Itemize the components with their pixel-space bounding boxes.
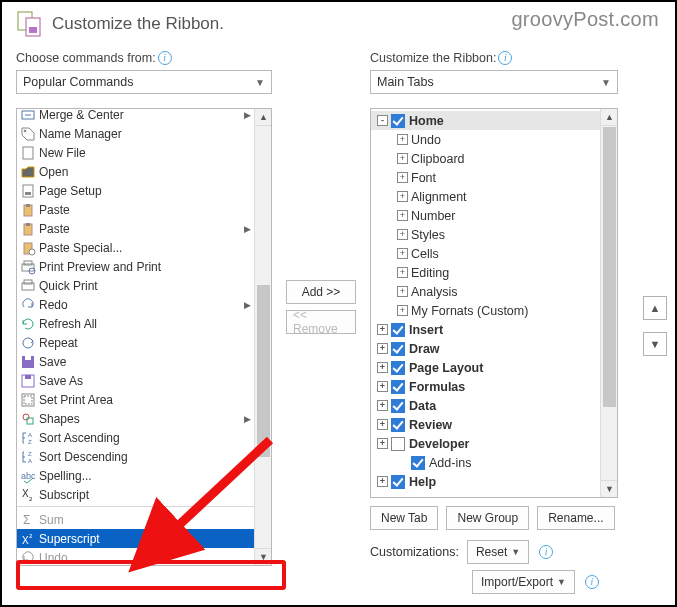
command-item[interactable]: AZSort Ascending bbox=[17, 428, 254, 447]
tree-node[interactable]: +Clipboard bbox=[371, 149, 600, 168]
rename-button[interactable]: Rename... bbox=[537, 506, 614, 530]
checkbox[interactable] bbox=[391, 342, 405, 356]
expand-icon[interactable]: + bbox=[397, 286, 408, 297]
expand-icon[interactable]: + bbox=[377, 324, 388, 335]
command-item[interactable]: Page Setup bbox=[17, 181, 254, 200]
command-item[interactable]: Name Manager bbox=[17, 124, 254, 143]
checkbox[interactable] bbox=[391, 114, 405, 128]
scroll-down-button[interactable]: ▼ bbox=[255, 548, 272, 565]
tree-node[interactable]: +Undo bbox=[371, 130, 600, 149]
expand-icon[interactable]: + bbox=[397, 172, 408, 183]
choose-commands-combo[interactable]: Popular Commands▼ bbox=[16, 70, 272, 94]
checkbox[interactable] bbox=[391, 399, 405, 413]
tree-node[interactable]: +Cells bbox=[371, 244, 600, 263]
command-item[interactable]: Repeat bbox=[17, 333, 254, 352]
command-item[interactable]: Redo▶ bbox=[17, 295, 254, 314]
tree-node[interactable]: +Help bbox=[371, 472, 600, 491]
tree-node[interactable]: +Styles bbox=[371, 225, 600, 244]
expand-icon[interactable]: + bbox=[397, 267, 408, 278]
paste-icon bbox=[19, 202, 37, 218]
tree-node[interactable]: +Formulas bbox=[371, 377, 600, 396]
tree-node[interactable]: +Developer bbox=[371, 434, 600, 453]
collapse-icon[interactable]: - bbox=[377, 115, 388, 126]
expand-icon[interactable]: + bbox=[377, 419, 388, 430]
expand-icon[interactable]: + bbox=[397, 305, 408, 316]
expand-icon[interactable]: + bbox=[397, 210, 408, 221]
checkbox[interactable] bbox=[391, 418, 405, 432]
tree-node[interactable]: +Insert bbox=[371, 320, 600, 339]
command-item[interactable]: Quick Print bbox=[17, 276, 254, 295]
new-tab-button[interactable]: New Tab bbox=[370, 506, 438, 530]
command-item[interactable]: Undo bbox=[17, 548, 254, 566]
move-down-button[interactable]: ▼ bbox=[643, 332, 667, 356]
tree-node[interactable]: +Review bbox=[371, 415, 600, 434]
command-item[interactable]: Shapes▶ bbox=[17, 409, 254, 428]
scroll-down-button[interactable]: ▼ bbox=[601, 480, 618, 497]
expand-icon[interactable]: + bbox=[377, 476, 388, 487]
move-up-button[interactable]: ▲ bbox=[643, 296, 667, 320]
checkbox[interactable] bbox=[391, 380, 405, 394]
info-icon[interactable]: i bbox=[585, 575, 599, 589]
expand-icon[interactable]: + bbox=[397, 191, 408, 202]
checkbox[interactable] bbox=[391, 361, 405, 375]
customize-ribbon-combo[interactable]: Main Tabs▼ bbox=[370, 70, 618, 94]
command-item[interactable]: Paste▶ bbox=[17, 219, 254, 238]
scrollbar[interactable]: ▲ ▼ bbox=[254, 109, 271, 565]
scroll-thumb[interactable] bbox=[257, 285, 270, 457]
tree-node[interactable]: +Alignment bbox=[371, 187, 600, 206]
tree-node[interactable]: Add-ins bbox=[371, 453, 600, 472]
command-item[interactable]: Print Preview and Print bbox=[17, 257, 254, 276]
tree-node[interactable]: +Page Layout bbox=[371, 358, 600, 377]
command-item[interactable]: ZASort Descending bbox=[17, 447, 254, 466]
command-item[interactable]: ΣSum bbox=[17, 510, 254, 529]
expand-icon[interactable]: + bbox=[397, 153, 408, 164]
command-item[interactable]: New File bbox=[17, 143, 254, 162]
add-button[interactable]: Add >> bbox=[286, 280, 356, 304]
tree-node[interactable]: +Font bbox=[371, 168, 600, 187]
import-export-button[interactable]: Import/Export▼ bbox=[472, 570, 575, 594]
command-item[interactable]: Paste Special... bbox=[17, 238, 254, 257]
expand-icon[interactable]: + bbox=[397, 229, 408, 240]
checkbox[interactable] bbox=[391, 437, 405, 451]
tree-node[interactable]: +Data bbox=[371, 396, 600, 415]
command-item[interactable]: Set Print Area bbox=[17, 390, 254, 409]
command-item[interactable]: Save As bbox=[17, 371, 254, 390]
checkbox[interactable] bbox=[391, 475, 405, 489]
tree-node[interactable]: +Draw bbox=[371, 339, 600, 358]
expand-icon[interactable]: + bbox=[397, 134, 408, 145]
tree-node[interactable]: +Editing bbox=[371, 263, 600, 282]
reset-button[interactable]: Reset▼ bbox=[467, 540, 529, 564]
tree-node[interactable]: +Number bbox=[371, 206, 600, 225]
tree-node[interactable]: +My Fornats (Custom) bbox=[371, 301, 600, 320]
scroll-up-button[interactable]: ▲ bbox=[601, 109, 618, 126]
scrollbar[interactable]: ▲ ▼ bbox=[600, 109, 617, 497]
expand-icon[interactable]: + bbox=[377, 343, 388, 354]
expand-icon[interactable]: + bbox=[377, 362, 388, 373]
tree-node[interactable]: -Home bbox=[371, 111, 600, 130]
checkbox[interactable] bbox=[391, 323, 405, 337]
tabs-tree[interactable]: -Home+Undo+Clipboard+Font+Alignment+Numb… bbox=[370, 108, 618, 498]
command-item[interactable]: X2Superscript bbox=[17, 529, 254, 548]
expand-icon[interactable]: + bbox=[397, 248, 408, 259]
remove-button[interactable]: << Remove bbox=[286, 310, 356, 334]
command-item[interactable]: X2Subscript bbox=[17, 485, 254, 504]
expand-icon[interactable]: + bbox=[377, 381, 388, 392]
scroll-thumb[interactable] bbox=[603, 127, 616, 407]
info-icon[interactable]: i bbox=[539, 545, 553, 559]
command-item[interactable]: Paste bbox=[17, 200, 254, 219]
checkbox[interactable] bbox=[411, 456, 425, 470]
info-icon[interactable]: i bbox=[498, 51, 512, 65]
expand-icon[interactable]: + bbox=[377, 400, 388, 411]
new-group-button[interactable]: New Group bbox=[446, 506, 529, 530]
command-item[interactable]: abcSpelling... bbox=[17, 466, 254, 485]
command-item[interactable]: Merge & Center▶ bbox=[17, 108, 254, 124]
command-item[interactable]: Save bbox=[17, 352, 254, 371]
commands-listbox[interactable]: Insert Sheet ColumnsInsert Sheet RowsIns… bbox=[16, 108, 272, 566]
scroll-up-button[interactable]: ▲ bbox=[255, 109, 272, 126]
tree-node[interactable]: +Analysis bbox=[371, 282, 600, 301]
command-item[interactable]: Refresh All bbox=[17, 314, 254, 333]
info-icon[interactable]: i bbox=[158, 51, 172, 65]
command-item[interactable]: Open bbox=[17, 162, 254, 181]
svg-rect-16 bbox=[25, 192, 31, 195]
expand-icon[interactable]: + bbox=[377, 438, 388, 449]
